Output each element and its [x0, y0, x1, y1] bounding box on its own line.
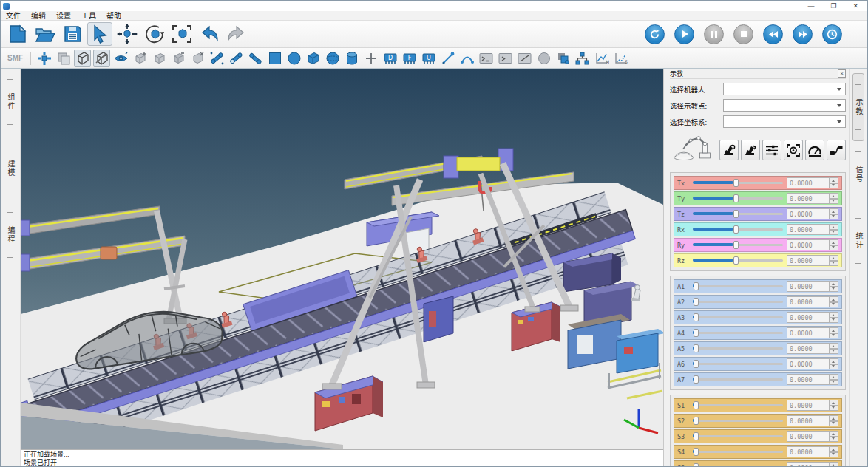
- a1-slider[interactable]: [693, 282, 783, 291]
- reset-button[interactable]: [645, 24, 665, 44]
- spin-buttons[interactable]: [830, 312, 838, 323]
- s5-value-input[interactable]: [787, 462, 830, 467]
- s2-slider[interactable]: [693, 416, 783, 426]
- layers-icon[interactable]: [555, 50, 572, 67]
- s1-slider[interactable]: [693, 400, 783, 410]
- chip-d-icon[interactable]: D: [382, 50, 399, 67]
- new-file-button[interactable]: [5, 22, 30, 46]
- rx-value-input[interactable]: [787, 224, 830, 235]
- spin-buttons[interactable]: [830, 177, 838, 188]
- a6-value-input[interactable]: [787, 358, 830, 369]
- right-tab-teach[interactable]: 示教: [852, 73, 864, 141]
- spin-buttons[interactable]: [830, 224, 838, 235]
- play-button[interactable]: [674, 24, 694, 44]
- spin-buttons[interactable]: [830, 358, 838, 369]
- menu-file[interactable]: 文件: [1, 11, 26, 21]
- tx-value-input[interactable]: [787, 177, 830, 188]
- tz-slider[interactable]: [693, 209, 783, 219]
- smf-button[interactable]: SMF: [4, 54, 26, 62]
- rz-value-input[interactable]: [787, 255, 830, 266]
- a7-slider[interactable]: [693, 375, 783, 384]
- component-add-icon[interactable]: [132, 50, 149, 67]
- spin-buttons[interactable]: [830, 415, 838, 426]
- create-cylinder-icon[interactable]: [343, 50, 360, 67]
- arc-tool-icon[interactable]: [458, 50, 475, 67]
- open-file-button[interactable]: [33, 22, 58, 46]
- rotate-tool-button[interactable]: [142, 22, 167, 46]
- wireframe-cube-icon[interactable]: [74, 50, 91, 67]
- a1-value-input[interactable]: [787, 281, 830, 292]
- a3-value-input[interactable]: [787, 312, 830, 323]
- spin-buttons[interactable]: [830, 446, 838, 457]
- s4-value-input[interactable]: [787, 446, 830, 457]
- ry-value-input[interactable]: [787, 239, 830, 250]
- frame-select-value[interactable]: [724, 116, 837, 127]
- spin-buttons[interactable]: [830, 208, 838, 219]
- terminal-3-icon[interactable]: [516, 50, 533, 67]
- restore-button[interactable]: ❐: [830, 3, 836, 10]
- visibility-eye-icon[interactable]: [112, 50, 129, 67]
- teach-target-button[interactable]: [784, 140, 803, 160]
- a4-slider[interactable]: [693, 328, 783, 338]
- s4-slider[interactable]: [693, 447, 783, 457]
- minimize-button[interactable]: —: [807, 3, 814, 10]
- spin-buttons[interactable]: [830, 239, 838, 250]
- a5-value-input[interactable]: [787, 343, 830, 354]
- menu-settings[interactable]: 设置: [51, 11, 76, 21]
- spin-buttons[interactable]: [830, 462, 838, 467]
- spin-buttons[interactable]: [830, 296, 838, 307]
- step-forward-button[interactable]: [793, 24, 813, 44]
- record-circle-icon[interactable]: [535, 50, 552, 67]
- title-bar[interactable]: — ❐ ✕: [1, 1, 867, 11]
- spin-buttons[interactable]: [830, 281, 838, 292]
- ry-slider[interactable]: [693, 240, 783, 250]
- teach-speed-gauge-button[interactable]: [805, 140, 824, 160]
- create-box-icon[interactable]: [305, 50, 322, 67]
- left-tab-modeling[interactable]: 建模: [5, 135, 16, 202]
- spin-buttons[interactable]: [830, 193, 838, 204]
- teachpoint-select-value[interactable]: [724, 100, 837, 111]
- frame-select-tool-button[interactable]: [169, 22, 194, 46]
- tcp-tool-icon[interactable]: [35, 50, 52, 67]
- ty-value-input[interactable]: [787, 193, 830, 204]
- spin-buttons[interactable]: [830, 343, 838, 354]
- line-tool-icon[interactable]: [439, 50, 456, 67]
- teach-sliders-button[interactable]: [762, 140, 781, 160]
- redo-button[interactable]: [224, 22, 249, 46]
- joint-tool-x-icon[interactable]: [208, 50, 226, 67]
- a2-value-input[interactable]: [787, 296, 830, 307]
- s3-slider[interactable]: [693, 432, 783, 441]
- menu-tools[interactable]: 工具: [76, 11, 101, 21]
- frame-select[interactable]: [723, 115, 846, 128]
- 3d-viewport[interactable]: [21, 69, 663, 449]
- left-tab-programming[interactable]: 编程: [5, 202, 16, 268]
- a2-slider[interactable]: [693, 297, 783, 307]
- undo-button[interactable]: [197, 22, 222, 46]
- chip-u-icon[interactable]: U: [420, 50, 437, 67]
- tz-value-input[interactable]: [787, 208, 830, 219]
- stop-button[interactable]: [733, 24, 753, 44]
- terminal-1-icon[interactable]: [478, 50, 495, 67]
- ty-slider[interactable]: [693, 194, 783, 203]
- robot-select[interactable]: [723, 83, 846, 95]
- component-delete-icon[interactable]: [189, 50, 206, 67]
- a3-slider[interactable]: [693, 313, 783, 322]
- create-circle-icon[interactable]: [285, 50, 302, 67]
- terminal-2-icon[interactable]: [497, 50, 514, 67]
- spin-buttons[interactable]: [830, 255, 838, 266]
- chart-s-icon[interactable]: S: [612, 50, 629, 67]
- menu-help[interactable]: 帮助: [101, 11, 126, 21]
- right-tab-signal[interactable]: 信号: [853, 141, 864, 208]
- rx-slider[interactable]: [693, 225, 783, 234]
- s3-value-input[interactable]: [787, 431, 830, 442]
- joint-tool-z-icon[interactable]: [247, 50, 264, 67]
- component-copy-icon[interactable]: [151, 50, 168, 67]
- a7-value-input[interactable]: [787, 374, 830, 385]
- save-file-button[interactable]: [60, 22, 85, 46]
- robot-select-value[interactable]: [724, 83, 837, 95]
- close-button[interactable]: ✕: [852, 3, 858, 10]
- tx-slider[interactable]: [693, 178, 783, 188]
- move-tool-button[interactable]: [115, 22, 140, 46]
- time-button[interactable]: [822, 24, 842, 44]
- teachpoint-select[interactable]: [723, 99, 846, 112]
